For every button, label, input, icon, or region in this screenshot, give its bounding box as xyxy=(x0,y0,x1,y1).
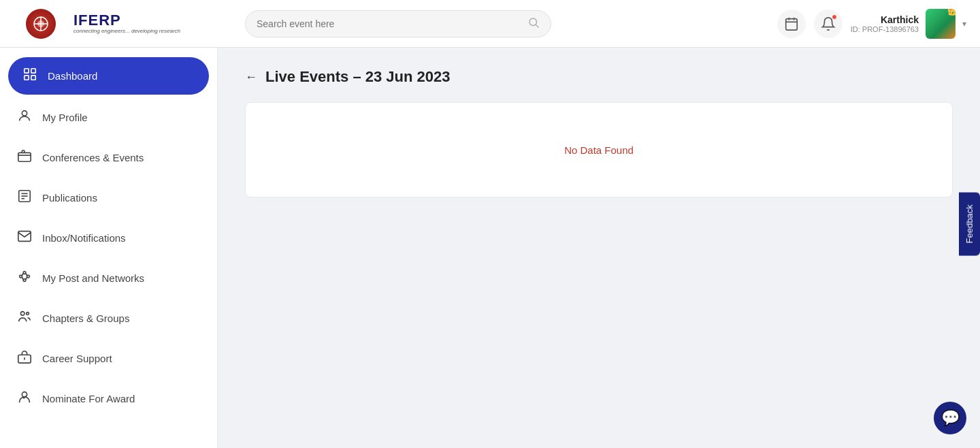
sidebar-item-label-chapters: Chapters & Groups xyxy=(42,313,129,324)
user-area[interactable]: Karthick ID: PROF-13896763 👑 ▾ xyxy=(851,9,966,39)
sidebar-item-dashboard[interactable]: Dashboard xyxy=(8,57,209,95)
dashboard-icon xyxy=(22,67,38,85)
sidebar-item-nominate[interactable]: Nominate For Award xyxy=(0,379,217,419)
career-icon xyxy=(16,349,33,368)
feedback-button[interactable]: Feedback xyxy=(959,192,980,255)
svg-line-27 xyxy=(22,277,23,280)
feedback-label: Feedback xyxy=(964,204,975,243)
logo-icon xyxy=(31,14,50,33)
back-button[interactable]: ← xyxy=(245,70,257,84)
app-body: Dashboard My Profile Conferences & Event… xyxy=(0,48,980,448)
logo-image xyxy=(14,6,68,42)
svg-rect-6 xyxy=(785,18,797,29)
svg-point-30 xyxy=(27,313,29,315)
logo-area: IFERP connecting engineers... developing… xyxy=(14,6,231,42)
notification-button[interactable] xyxy=(814,10,843,38)
sidebar-item-publications[interactable]: Publications xyxy=(0,178,217,218)
page-header: ← Live Events – 23 Jun 2023 xyxy=(245,68,953,86)
logo-circle xyxy=(26,9,56,39)
publications-icon xyxy=(16,189,33,207)
svg-rect-10 xyxy=(24,69,29,73)
user-id: ID: PROF-13896763 xyxy=(851,25,919,33)
back-arrow-icon: ← xyxy=(245,70,257,84)
sidebar-item-posts[interactable]: My Post and Networks xyxy=(0,258,217,298)
crown-badge: 👑 xyxy=(947,9,956,16)
chevron-down-icon: ▾ xyxy=(962,19,966,29)
search-box[interactable] xyxy=(245,10,551,37)
content-card: No Data Found xyxy=(245,102,953,197)
svg-rect-11 xyxy=(31,69,35,73)
sidebar-item-my-profile[interactable]: My Profile xyxy=(0,97,217,138)
svg-rect-15 xyxy=(18,153,31,161)
svg-line-25 xyxy=(22,273,23,276)
nominate-icon xyxy=(16,389,33,408)
user-name: Karthick xyxy=(851,14,919,25)
sidebar-item-label-publications: Publications xyxy=(42,192,97,204)
chapters-icon xyxy=(16,309,33,327)
svg-rect-13 xyxy=(31,76,35,80)
sidebar-item-label-inbox: Inbox/Notifications xyxy=(42,232,126,244)
search-icon xyxy=(527,16,540,31)
svg-point-4 xyxy=(529,18,537,26)
main-content: ← Live Events – 23 Jun 2023 No Data Foun… xyxy=(218,48,980,448)
conferences-icon xyxy=(16,148,33,167)
posts-icon xyxy=(16,269,33,287)
svg-point-29 xyxy=(21,312,25,316)
profile-icon xyxy=(16,108,33,127)
logo-main-text: IFERP xyxy=(74,12,180,29)
inbox-icon xyxy=(16,229,33,247)
sidebar-item-conferences[interactable]: Conferences & Events xyxy=(0,138,217,178)
chat-icon: 💬 xyxy=(941,409,960,427)
sidebar: Dashboard My Profile Conferences & Event… xyxy=(0,48,218,448)
sidebar-item-label-profile: My Profile xyxy=(42,112,88,123)
calendar-icon xyxy=(784,16,799,31)
sidebar-item-chapters[interactable]: Chapters & Groups xyxy=(0,298,217,338)
svg-point-14 xyxy=(22,111,27,116)
sidebar-item-label-career: Career Support xyxy=(42,353,112,364)
search-input[interactable] xyxy=(257,18,522,29)
avatar: 👑 xyxy=(926,9,956,39)
page-title: Live Events – 23 Jun 2023 xyxy=(265,68,451,86)
svg-line-26 xyxy=(26,273,27,276)
sidebar-item-label-nominate: Nominate For Award xyxy=(42,393,135,404)
notification-dot xyxy=(832,14,837,20)
svg-rect-12 xyxy=(24,76,29,80)
sidebar-item-label-dashboard: Dashboard xyxy=(48,70,97,82)
sidebar-item-career[interactable]: Career Support xyxy=(0,338,217,379)
search-area xyxy=(245,10,551,37)
svg-line-28 xyxy=(26,277,27,280)
sidebar-item-label-posts: My Post and Networks xyxy=(42,272,144,284)
chat-button[interactable]: 💬 xyxy=(934,402,966,434)
user-info: Karthick ID: PROF-13896763 xyxy=(851,14,919,33)
sidebar-item-label-conferences: Conferences & Events xyxy=(42,152,144,163)
logo-sub-text: connecting engineers... developing resea… xyxy=(74,29,180,35)
calendar-button[interactable] xyxy=(777,10,806,38)
header-actions: Karthick ID: PROF-13896763 👑 ▾ xyxy=(777,9,966,39)
top-header: IFERP connecting engineers... developing… xyxy=(0,0,980,48)
sidebar-item-inbox[interactable]: Inbox/Notifications xyxy=(0,218,217,258)
svg-line-5 xyxy=(536,25,538,27)
logo-text: IFERP connecting engineers... developing… xyxy=(74,12,180,35)
no-data-message: No Data Found xyxy=(564,144,634,156)
